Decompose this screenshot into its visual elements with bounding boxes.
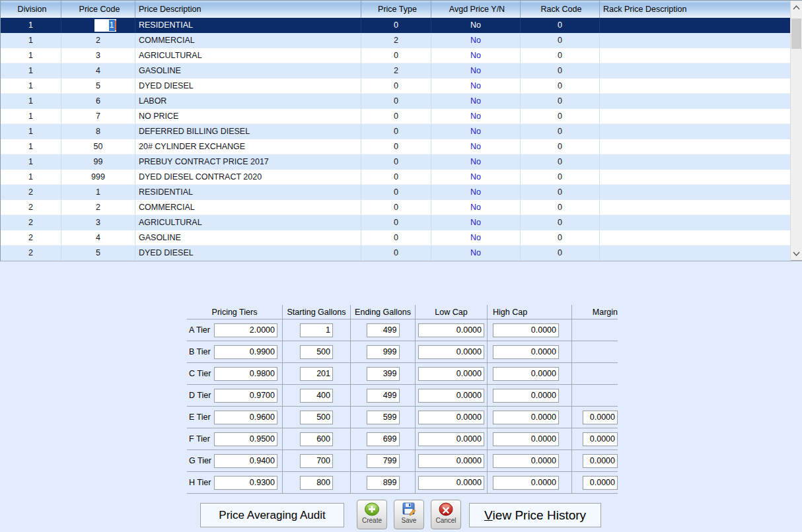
create-button[interactable]: Create	[357, 500, 387, 529]
cell-rack-code[interactable]: 0	[521, 18, 600, 33]
grid-row[interactable]: 22COMMERCIAL0No0	[1, 200, 791, 215]
cell-price-code[interactable]: 8	[61, 124, 135, 139]
h-tier-starting-gallons-input[interactable]	[300, 476, 333, 490]
a-tier-low-cap-input[interactable]	[418, 323, 484, 337]
cell-avgd-price-y-n[interactable]: No	[431, 246, 521, 261]
cell-price-description[interactable]: COMMERCIAL	[135, 33, 361, 48]
cell-rack-code[interactable]: 0	[521, 170, 600, 185]
cell-rack-code[interactable]: 0	[521, 109, 600, 124]
a-tier-price-input[interactable]	[214, 323, 277, 337]
cell-rack-code[interactable]: 0	[521, 63, 600, 79]
cell-rack-price-description[interactable]	[600, 48, 791, 63]
d-tier-starting-gallons-input[interactable]	[300, 389, 333, 403]
cell-price-type[interactable]: 0	[361, 230, 431, 246]
cell-division[interactable]: 2	[1, 230, 61, 246]
cell-division[interactable]: 1	[1, 33, 61, 48]
cell-rack-code[interactable]: 0	[521, 48, 600, 63]
cell-avgd-price-y-n[interactable]: No	[431, 33, 521, 48]
g-tier-margin-input[interactable]	[583, 454, 618, 468]
cancel-button[interactable]: Cancel	[431, 500, 461, 529]
grid-row[interactable]: 15DYED DIESEL0No0	[1, 79, 791, 94]
c-tier-ending-gallons-input[interactable]	[367, 367, 400, 381]
scrollbar-thumb[interactable]	[791, 18, 801, 49]
column-header-rack-price-description[interactable]: Rack Price Description	[600, 1, 791, 18]
column-header-rack-code[interactable]: Rack Code	[521, 1, 600, 18]
cell-price-type[interactable]: 2	[361, 63, 431, 79]
b-tier-starting-gallons-input[interactable]	[300, 345, 333, 359]
save-button[interactable]: Save	[394, 500, 424, 529]
grid-row[interactable]: 12COMMERCIAL2No0	[1, 33, 791, 48]
d-tier-ending-gallons-input[interactable]	[367, 389, 400, 403]
e-tier-high-cap-input[interactable]	[493, 411, 559, 424]
cell-division[interactable]: 1	[1, 124, 61, 139]
cell-price-type[interactable]: 0	[361, 94, 431, 109]
cell-price-type[interactable]: 0	[361, 124, 431, 139]
d-tier-high-cap-input[interactable]	[493, 389, 559, 403]
grid-row[interactable]: 23AGRICULTURAL0No0	[1, 215, 791, 230]
cell-rack-code[interactable]: 0	[521, 124, 600, 139]
cell-price-type[interactable]: 0	[361, 246, 431, 261]
view-price-history-button[interactable]: View Price History	[469, 503, 601, 527]
f-tier-high-cap-input[interactable]	[493, 432, 559, 446]
grid-row[interactable]: 24GASOLINE0No0	[1, 230, 791, 246]
cell-price-type[interactable]: 2	[361, 33, 431, 48]
c-tier-low-cap-input[interactable]	[418, 367, 484, 381]
cell-avgd-price-y-n[interactable]: No	[431, 215, 521, 230]
grid-row[interactable]: 11RESIDENTIAL0No0	[1, 18, 791, 33]
cell-price-type[interactable]: 0	[361, 18, 431, 33]
g-tier-low-cap-input[interactable]	[418, 454, 484, 468]
cell-division[interactable]: 1	[1, 79, 61, 94]
e-tier-low-cap-input[interactable]	[418, 411, 484, 424]
cell-rack-code[interactable]: 0	[521, 154, 600, 170]
h-tier-margin-input[interactable]	[583, 476, 618, 490]
cell-price-type[interactable]: 0	[361, 109, 431, 124]
cell-price-code[interactable]: 50	[61, 139, 135, 154]
b-tier-low-cap-input[interactable]	[418, 345, 484, 359]
cell-avgd-price-y-n[interactable]: No	[431, 109, 521, 124]
cell-price-description[interactable]: DEFERRED BILLING DIESEL	[135, 124, 361, 139]
cell-rack-price-description[interactable]	[600, 139, 791, 154]
cell-division[interactable]: 1	[1, 94, 61, 109]
cell-avgd-price-y-n[interactable]: No	[431, 79, 521, 94]
cell-rack-price-description[interactable]	[600, 79, 791, 94]
g-tier-starting-gallons-input[interactable]	[300, 454, 333, 468]
cell-rack-code[interactable]: 0	[521, 94, 600, 109]
a-tier-high-cap-input[interactable]	[493, 323, 559, 337]
cell-price-description[interactable]: LABOR	[135, 94, 361, 109]
cell-price-description[interactable]: RESIDENTIAL	[135, 18, 361, 33]
e-tier-margin-input[interactable]	[583, 411, 618, 424]
cell-avgd-price-y-n[interactable]: No	[431, 124, 521, 139]
cell-avgd-price-y-n[interactable]: No	[431, 200, 521, 215]
cell-price-description[interactable]: GASOLINE	[135, 63, 361, 79]
g-tier-price-input[interactable]	[214, 454, 277, 468]
cell-price-description[interactable]: NO PRICE	[135, 109, 361, 124]
cell-rack-price-description[interactable]	[600, 154, 791, 170]
g-tier-high-cap-input[interactable]	[493, 454, 559, 468]
cell-price-type[interactable]: 0	[361, 79, 431, 94]
cell-price-code[interactable]: 99	[61, 154, 135, 170]
grid-row[interactable]: 21RESIDENTIAL0No0	[1, 185, 791, 200]
cell-price-code[interactable]: 1	[61, 185, 135, 200]
cell-avgd-price-y-n[interactable]: No	[431, 185, 521, 200]
a-tier-starting-gallons-input[interactable]	[300, 323, 333, 337]
cell-rack-price-description[interactable]	[600, 63, 791, 79]
cell-avgd-price-y-n[interactable]: No	[431, 154, 521, 170]
grid-row[interactable]: 16LABOR0No0	[1, 94, 791, 109]
cell-rack-price-description[interactable]	[600, 200, 791, 215]
cell-price-description[interactable]: AGRICULTURAL	[135, 215, 361, 230]
cell-division[interactable]: 1	[1, 109, 61, 124]
f-tier-price-input[interactable]	[214, 432, 277, 446]
cell-rack-code[interactable]: 0	[521, 139, 600, 154]
cell-price-description[interactable]: COMMERCIAL	[135, 200, 361, 215]
g-tier-ending-gallons-input[interactable]	[367, 454, 400, 468]
grid-row[interactable]: 18DEFERRED BILLING DIESEL0No0	[1, 124, 791, 139]
cell-price-code[interactable]: 6	[61, 94, 135, 109]
cell-division[interactable]: 1	[1, 63, 61, 79]
grid-row[interactable]: 17NO PRICE0No0	[1, 109, 791, 124]
grid-row[interactable]: 1999DYED DIESEL CONTRACT 20200No0	[1, 170, 791, 185]
cell-price-description[interactable]: DYED DIESEL CONTRACT 2020	[135, 170, 361, 185]
f-tier-starting-gallons-input[interactable]	[300, 432, 333, 446]
column-header-division[interactable]: Division	[1, 1, 61, 18]
scrollbar-up-button[interactable]	[791, 2, 801, 13]
c-tier-starting-gallons-input[interactable]	[300, 367, 333, 381]
